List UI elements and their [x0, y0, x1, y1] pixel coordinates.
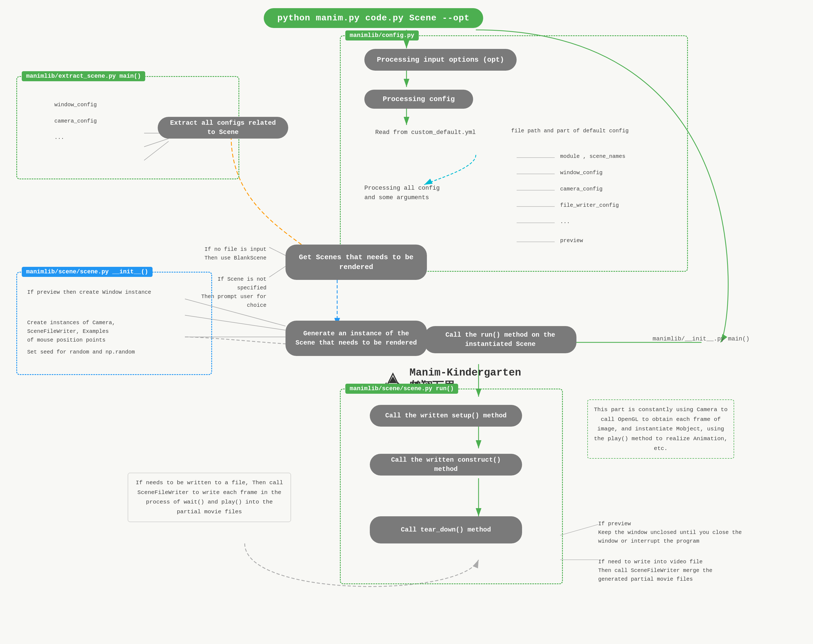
config-item-3: camera_config — [560, 185, 603, 193]
top-command-text: python manim.py code.py Scene --opt — [277, 13, 469, 23]
scene-run-label: manimlib/scene/scene.py run() — [345, 384, 458, 394]
call-teardown-node: Call tear_down() method — [370, 516, 522, 543]
manim-init-label: manimlib/__init__.py main() — [653, 334, 749, 344]
scene-init-item-1: If preview then create Window instance — [27, 288, 174, 297]
read-from-text: Read from custom_default.yml — [375, 128, 476, 137]
processing-all-config-text: Processing all config and some arguments — [364, 174, 440, 203]
call-run-node: Call the run() method on the instantiate… — [424, 326, 577, 353]
config-section-box — [340, 35, 688, 272]
logo-main-text: Manim-Kindergarten — [410, 367, 521, 378]
scene-init-item-3: Set seed for random and np.random — [27, 348, 174, 356]
config-item-6: preview — [560, 236, 583, 245]
extract-section-label: manimlib/extract_scene.py main() — [22, 71, 145, 81]
teardown-annotation-1: If preview Keep the window unclosed unti… — [598, 511, 750, 546]
scene-init-item-2: Create instances of Camera, SceneFileWri… — [27, 310, 174, 344]
svg-line-26 — [269, 247, 285, 255]
config-item-4: file_writer_config — [560, 201, 619, 210]
file-write-annotation-box: If needs to be written to a file, Then c… — [128, 473, 291, 522]
call-construct-node: Call the written construct() method — [370, 454, 522, 476]
generate-instance-node: Generate an instance of the Scene that n… — [285, 321, 427, 356]
config-item-2: window_config — [560, 168, 603, 177]
teardown-annotation-2: If need to write into video file Then ca… — [598, 549, 750, 584]
svg-line-24 — [560, 525, 598, 535]
config-item-5: ... — [560, 217, 570, 226]
processing-input-node: Processing input options (opt) — [364, 49, 517, 70]
get-scenes-condition-1: If no file is input Then use BlankScene — [190, 236, 267, 263]
scene-init-label: manimlib/scene/scene.py __init__() — [22, 267, 153, 277]
config-item-1: module , scene_names — [560, 152, 625, 161]
extract-item-3: ... — [54, 133, 64, 142]
config-section-label: manimlib/config.py — [345, 31, 419, 40]
file-path-note: file path and part of default config — [511, 127, 629, 135]
svg-line-27 — [269, 266, 285, 277]
processing-config-node: Processing config — [364, 90, 473, 109]
call-setup-node: Call the written setup() method — [370, 405, 522, 427]
extract-item-2: camera_config — [54, 117, 97, 125]
constantly-annotation-box: This part is constantly using Camera to … — [588, 399, 734, 459]
extract-node: Extract all configs related to Scene — [158, 117, 288, 139]
extract-item-1: window_config — [54, 101, 97, 109]
get-scenes-node: Get Scenes that needs to be rendered — [285, 245, 427, 280]
top-command-box: python manim.py code.py Scene --opt — [264, 8, 483, 28]
